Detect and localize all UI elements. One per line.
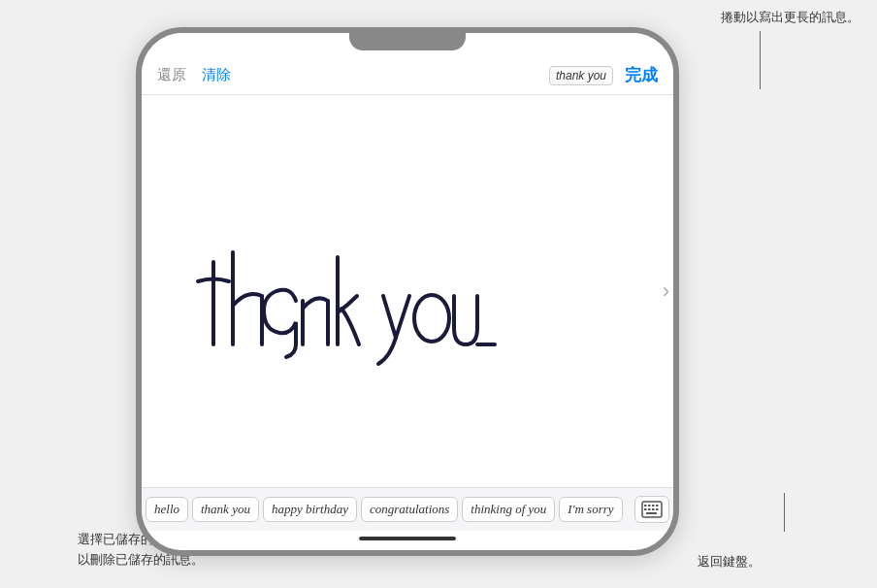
svg-rect-2 — [644, 505, 647, 506]
annotation-top-right-text: 捲動以寫出更長的訊息。 — [721, 10, 860, 24]
undo-button[interactable]: 還原 — [157, 66, 186, 84]
clear-button[interactable]: 清除 — [202, 66, 231, 84]
svg-rect-6 — [644, 508, 647, 510]
phrases-bar: hello thank you happy birthday congratul… — [142, 487, 673, 531]
svg-point-0 — [414, 295, 449, 342]
iphone-side-button-vol-down — [136, 196, 139, 235]
home-indicator — [359, 537, 456, 540]
svg-rect-4 — [652, 505, 655, 506]
phrase-im-sorry[interactable]: I'm sorry — [559, 497, 622, 522]
home-bar — [142, 531, 673, 550]
iphone-side-button-mute — [136, 111, 139, 138]
toolbar-right: thank you 完成 — [549, 64, 658, 86]
iphone-frame: 還原 清除 thank you 完成 — [136, 27, 679, 556]
svg-rect-5 — [656, 505, 659, 506]
keyboard-button[interactable] — [634, 496, 669, 523]
done-button[interactable]: 完成 — [625, 64, 658, 86]
handwriting-svg — [184, 194, 631, 388]
svg-rect-7 — [648, 508, 651, 510]
iphone-notch — [349, 33, 466, 50]
annotation-bottom-right: 返回鍵盤。 — [698, 553, 761, 571]
preview-text: thank you — [549, 66, 613, 85]
scroll-chevron[interactable]: › — [663, 278, 669, 304]
connector-line-top-right — [760, 31, 761, 89]
connector-line-bottom-right — [784, 493, 785, 532]
annotation-top-right: 捲動以寫出更長的訊息。 — [721, 8, 860, 27]
svg-rect-8 — [652, 508, 655, 510]
toolbar-left: 還原 清除 — [157, 66, 231, 84]
phrase-congratulations[interactable]: congratulations — [361, 497, 458, 522]
iphone-screen: 還原 清除 thank you 完成 — [142, 33, 673, 550]
annotation-bottom-right-text: 返回鍵盤。 — [698, 554, 761, 569]
phrase-thank-you[interactable]: thank you — [192, 497, 259, 522]
svg-rect-3 — [648, 505, 651, 506]
svg-rect-9 — [656, 508, 659, 510]
iphone-side-button-vol-up — [136, 147, 139, 186]
phrase-hello[interactable]: hello — [146, 497, 188, 522]
iphone-side-button-power — [676, 147, 679, 204]
svg-rect-10 — [646, 512, 657, 514]
page-wrapper: 捲動以寫出更長的訊息。 選擇已儲存的訊息。按住 以刪除已儲存的訊息。 返回鍵盤。… — [0, 0, 877, 588]
phrase-thinking-of-you[interactable]: thinking of you — [462, 497, 555, 522]
keyboard-icon — [641, 501, 663, 518]
drawing-area[interactable]: › — [142, 95, 673, 487]
phrase-happy-birthday[interactable]: happy birthday — [263, 497, 357, 522]
